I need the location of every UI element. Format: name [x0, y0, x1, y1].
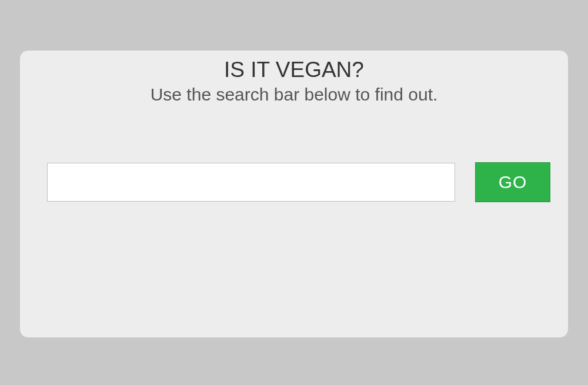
go-button[interactable]: GO [475, 162, 550, 202]
page-title: IS IT VEGAN? [20, 58, 568, 82]
page-subtitle: Use the search bar below to find out. [20, 85, 568, 105]
main-panel: IS IT VEGAN? Use the search bar below to… [20, 51, 568, 337]
search-row: GO [20, 162, 568, 202]
search-input[interactable] [47, 163, 455, 202]
